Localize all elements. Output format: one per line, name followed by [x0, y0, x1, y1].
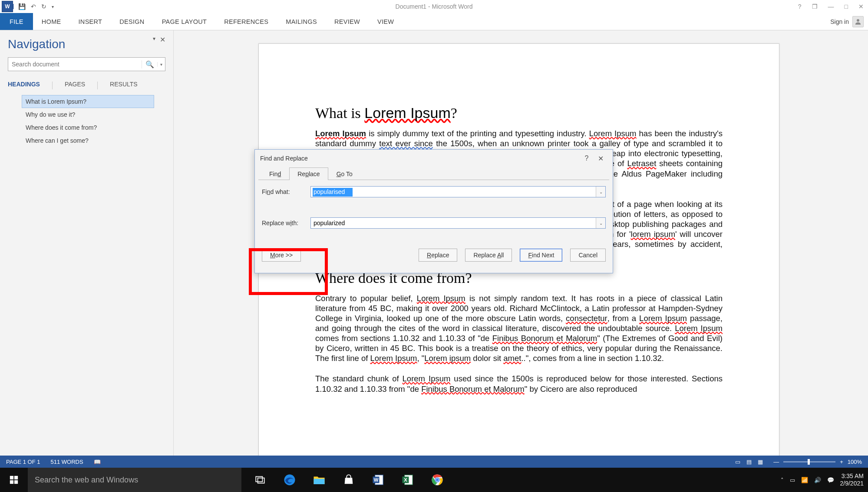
search-icon[interactable]: 🔍 [142, 60, 157, 69]
tab-design[interactable]: DESIGN [111, 13, 153, 30]
status-bar: PAGE 1 OF 1 511 WORDS 📖 ▭ ▤ ▦ — + 100% [0, 456, 868, 468]
quick-access-toolbar: W 💾 ↶ ↻ ▾ [0, 1, 54, 12]
replace-with-combo[interactable]: ⌄ [310, 217, 606, 229]
help-icon[interactable]: ? [798, 3, 802, 10]
heading-item[interactable]: What is Lorem Ipsum? [22, 95, 154, 108]
dialog-help-icon[interactable]: ? [580, 154, 594, 162]
heading-item[interactable]: Why do we use it? [22, 108, 154, 121]
wifi-icon[interactable]: 📶 [801, 477, 808, 483]
replace-all-button[interactable]: Replace All [465, 249, 512, 262]
navtab-headings[interactable]: HEADINGS [8, 81, 40, 90]
headings-list: What is Lorem Ipsum? Why do we use it? W… [8, 95, 165, 147]
doc-paragraph: The standard chunk of Lorem Ipsum used s… [315, 374, 723, 394]
taskbar-search[interactable]: Search the web and Windows [28, 468, 241, 492]
tab-view[interactable]: VIEW [369, 13, 403, 30]
tab-home[interactable]: HOME [33, 13, 70, 30]
tab-review[interactable]: REVIEW [326, 13, 369, 30]
svg-rect-9 [349, 479, 350, 481]
window-controls: ? ❐ — □ ✕ [798, 3, 868, 10]
ribbon-display-options-icon[interactable]: ❐ [812, 3, 818, 10]
tab-mailings[interactable]: MAILINGS [277, 13, 326, 30]
print-layout-icon[interactable]: ▤ [746, 459, 752, 465]
replace-button[interactable]: Replace [419, 249, 457, 262]
redo-icon[interactable]: ↻ [41, 3, 46, 10]
dialog-titlebar[interactable]: Find and Replace ? ✕ [255, 150, 613, 167]
svg-rect-11 [349, 481, 350, 482]
volume-icon[interactable]: 🔊 [814, 477, 821, 483]
maximize-icon[interactable]: □ [845, 3, 848, 10]
qat-customize-icon[interactable]: ▾ [52, 4, 54, 9]
search-options-icon[interactable]: ▾ [157, 62, 165, 67]
web-layout-icon[interactable]: ▦ [758, 459, 763, 465]
edge-icon[interactable] [282, 472, 297, 487]
svg-text:X: X [404, 477, 407, 482]
proofing-icon[interactable]: 📖 [94, 459, 101, 465]
close-icon[interactable]: ✕ [858, 3, 864, 10]
zoom-level[interactable]: 100% [848, 459, 862, 465]
dialog-tabs: Find Replace Go To [255, 167, 613, 180]
nav-search[interactable]: 🔍 ▾ [8, 57, 165, 71]
heading-item[interactable]: Where does it come from? [22, 121, 154, 134]
clock-time: 3:35 AM [840, 472, 864, 480]
svg-point-0 [857, 19, 859, 22]
navpane-close-icon[interactable]: ✕ [160, 36, 165, 44]
svg-point-21 [436, 479, 439, 482]
word-count[interactable]: 511 WORDS [51, 459, 83, 465]
minimize-icon[interactable]: — [828, 3, 834, 10]
word-app-icon: W [2, 1, 13, 12]
action-center-icon[interactable]: 💬 [827, 477, 834, 483]
document-title: Document1 - Microsoft Word [0, 3, 868, 10]
more-button[interactable]: More >> [262, 249, 301, 262]
nav-search-input[interactable] [8, 61, 142, 68]
find-next-button[interactable]: Find Next [520, 249, 562, 262]
taskbar-clock[interactable]: 3:35 AM 2/9/2021 [840, 472, 864, 487]
dialog-tab-replace[interactable]: Replace [289, 167, 328, 180]
save-icon[interactable]: 💾 [18, 3, 26, 10]
dialog-tab-find[interactable]: Find [261, 167, 289, 180]
zoom-slider[interactable] [783, 461, 835, 462]
svg-rect-5 [256, 476, 262, 482]
svg-rect-8 [347, 479, 349, 481]
file-explorer-icon[interactable] [312, 472, 327, 487]
clock-date: 2/9/2021 [840, 480, 864, 487]
excel-taskbar-icon[interactable]: X [400, 472, 415, 487]
navtab-pages[interactable]: PAGES [65, 81, 85, 90]
find-what-combo[interactable]: ⌄ [310, 186, 606, 197]
start-button[interactable] [0, 475, 28, 485]
navpane-options-icon[interactable]: ▾ [153, 36, 155, 44]
find-what-input[interactable] [311, 187, 596, 197]
navtab-results[interactable]: RESULTS [110, 81, 138, 90]
dialog-tab-goto[interactable]: Go To [328, 167, 361, 180]
chevron-down-icon[interactable]: ⌄ [596, 218, 605, 228]
undo-icon[interactable]: ↶ [31, 3, 36, 10]
navigation-pane: ▾ ✕ Navigation 🔍 ▾ HEADINGS PAGES RESULT… [0, 30, 174, 477]
sign-in-label: Sign in [830, 18, 849, 25]
zoom-out-icon[interactable]: — [773, 459, 779, 465]
tray-overflow-icon[interactable]: ˄ [781, 477, 784, 483]
svg-rect-6 [258, 478, 264, 483]
page-indicator[interactable]: PAGE 1 OF 1 [6, 459, 40, 465]
replace-with-label: Replace with: [262, 220, 310, 226]
read-mode-icon[interactable]: ▭ [735, 459, 740, 465]
ribbon: FILE HOME INSERT DESIGN PAGE LAYOUT REFE… [0, 13, 868, 30]
doc-paragraph: Contrary to popular belief, Lorem Ipsum … [315, 293, 723, 364]
tab-insert[interactable]: INSERT [70, 13, 111, 30]
dialog-close-icon[interactable]: ✕ [594, 154, 607, 163]
find-replace-dialog[interactable]: Find and Replace ? ✕ Find Replace Go To … [254, 149, 613, 273]
chrome-icon[interactable] [430, 472, 445, 487]
chevron-down-icon[interactable]: ⌄ [596, 187, 605, 197]
tab-references[interactable]: REFERENCES [215, 13, 277, 30]
zoom-in-icon[interactable]: + [840, 459, 843, 465]
replace-with-input[interactable] [311, 218, 596, 228]
tab-file[interactable]: FILE [0, 13, 33, 30]
doc-heading-1: What is Lorem Ipsum? [315, 105, 723, 121]
store-icon[interactable] [341, 472, 356, 487]
cancel-button[interactable]: Cancel [570, 249, 606, 262]
battery-icon[interactable]: ▭ [790, 477, 795, 483]
word-taskbar-icon[interactable]: W [371, 472, 386, 487]
heading-item[interactable]: Where can I get some? [22, 134, 154, 147]
tab-page-layout[interactable]: PAGE LAYOUT [153, 13, 215, 30]
zoom-control[interactable]: — + 100% [773, 459, 862, 465]
task-view-icon[interactable] [253, 472, 267, 487]
sign-in[interactable]: Sign in [830, 13, 868, 30]
